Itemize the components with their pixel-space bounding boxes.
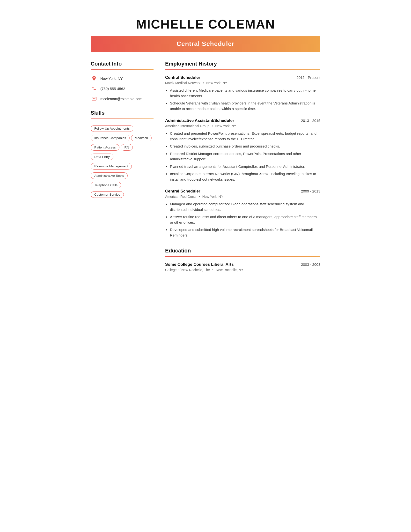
job-title: Central Scheduler xyxy=(165,75,200,80)
skills-container: Follow-Up AppointmentsInsurance Companie… xyxy=(91,124,154,199)
job-bullet: Developed and submitted high volume recr… xyxy=(170,227,320,238)
employment-section-title: Employment History xyxy=(165,61,320,67)
job-bullets: Managed and operated computerized Blood … xyxy=(165,201,320,238)
edu-dates: 2003 - 2003 xyxy=(301,262,320,266)
job-company: American Red Cross • New York, NY xyxy=(165,195,320,199)
location-icon xyxy=(91,75,97,82)
job-bullet: Created invoices, submitted purchase ord… xyxy=(170,144,320,149)
header-banner: Central Scheduler xyxy=(91,36,320,52)
edu-header: Some College Courses Liberal Arts2003 - … xyxy=(165,262,320,267)
job-entry: Administrative Assistant/Scheduler2013 -… xyxy=(165,118,320,182)
candidate-title: Central Scheduler xyxy=(177,40,234,48)
job-entry: Central Scheduler2009 - 2013American Red… xyxy=(165,189,320,238)
skill-tag: Meditech xyxy=(131,135,152,141)
job-dates: 2015 - Present xyxy=(297,76,320,80)
education-container: Some College Courses Liberal Arts2003 - … xyxy=(165,262,320,272)
skill-tag: Patient Access xyxy=(91,144,120,151)
contact-email-text: mcoleman@example.com xyxy=(100,97,142,101)
education-section-title: Education xyxy=(165,248,320,254)
skills-section-title: Skills xyxy=(91,110,154,116)
job-bullet: Answer routine requests and direct other… xyxy=(170,214,320,225)
job-bullets: Created and presented PowerPoint present… xyxy=(165,131,320,182)
job-bullet: Prepared District Manager correspondence… xyxy=(170,151,320,162)
job-entry: Central Scheduler2015 - PresentMatrix Me… xyxy=(165,75,320,112)
main-layout: Contact Info New York, NY xyxy=(91,61,320,272)
job-header: Administrative Assistant/Scheduler2013 -… xyxy=(165,118,320,123)
resume-page: MICHELLE COLEMAN Central Scheduler Conta… xyxy=(91,0,320,286)
education-divider xyxy=(165,256,320,257)
edu-school: College of New Rochelle, The • New Roche… xyxy=(165,268,320,272)
candidate-name: MICHELLE COLEMAN xyxy=(91,10,320,36)
contact-phone-text: (730) 555-4562 xyxy=(100,86,125,91)
skill-tag: Follow-Up Appointments xyxy=(91,125,133,132)
job-dates: 2013 - 2015 xyxy=(301,118,320,123)
skill-tag: Insurance Companies xyxy=(91,135,130,141)
job-bullet: Assisted different Medicare patients and… xyxy=(170,88,320,99)
job-title: Administrative Assistant/Scheduler xyxy=(165,118,234,123)
job-bullet: Created and presented PowerPoint present… xyxy=(170,131,320,142)
skill-tag: Administrative Tasks xyxy=(91,172,128,179)
job-bullets: Assisted different Medicare patients and… xyxy=(165,88,320,112)
contact-section-title: Contact Info xyxy=(91,61,154,67)
education-entry: Some College Courses Liberal Arts2003 - … xyxy=(165,262,320,272)
job-bullet: Planned travel arrangements for Assistan… xyxy=(170,164,320,170)
job-bullet: Installed Corporate Internet Networks (C… xyxy=(170,171,320,182)
skills-section: Skills Follow-Up AppointmentsInsurance C… xyxy=(91,110,154,199)
jobs-container: Central Scheduler2015 - PresentMatrix Me… xyxy=(165,75,320,238)
job-company: American International Group • New York,… xyxy=(165,124,320,128)
email-icon xyxy=(91,95,97,102)
job-header: Central Scheduler2009 - 2013 xyxy=(165,189,320,194)
svg-rect-0 xyxy=(92,97,96,100)
contact-email: mcoleman@example.com xyxy=(91,95,154,102)
employment-section: Employment History Central Scheduler2015… xyxy=(165,61,320,238)
skills-divider xyxy=(91,118,154,119)
content: Employment History Central Scheduler2015… xyxy=(165,61,320,272)
contact-location: New York, NY xyxy=(91,75,154,82)
job-dates: 2009 - 2013 xyxy=(301,189,320,193)
contact-location-text: New York, NY xyxy=(100,76,123,81)
skill-tag: Customer Service xyxy=(91,191,124,198)
job-bullet: Managed and operated computerized Blood … xyxy=(170,201,320,212)
education-section: Education Some College Courses Liberal A… xyxy=(165,248,320,272)
job-header: Central Scheduler2015 - Present xyxy=(165,75,320,80)
edu-degree: Some College Courses Liberal Arts xyxy=(165,262,234,267)
contact-phone: (730) 555-4562 xyxy=(91,85,154,92)
skill-tag: RN xyxy=(121,144,133,151)
skill-tag: Telephone Calls xyxy=(91,182,121,188)
contact-divider xyxy=(91,69,154,70)
job-company: Matrix Medical Network • New York, NY xyxy=(165,81,320,85)
contact-section: Contact Info New York, NY xyxy=(91,61,154,102)
employment-divider xyxy=(165,69,320,70)
phone-icon xyxy=(91,85,97,92)
job-title: Central Scheduler xyxy=(165,189,200,194)
skill-tag: Data Entry xyxy=(91,153,113,160)
skill-tag: Resource Management xyxy=(91,163,132,170)
job-bullet: Schedule Veterans with civilian health p… xyxy=(170,101,320,112)
sidebar: Contact Info New York, NY xyxy=(91,61,154,272)
